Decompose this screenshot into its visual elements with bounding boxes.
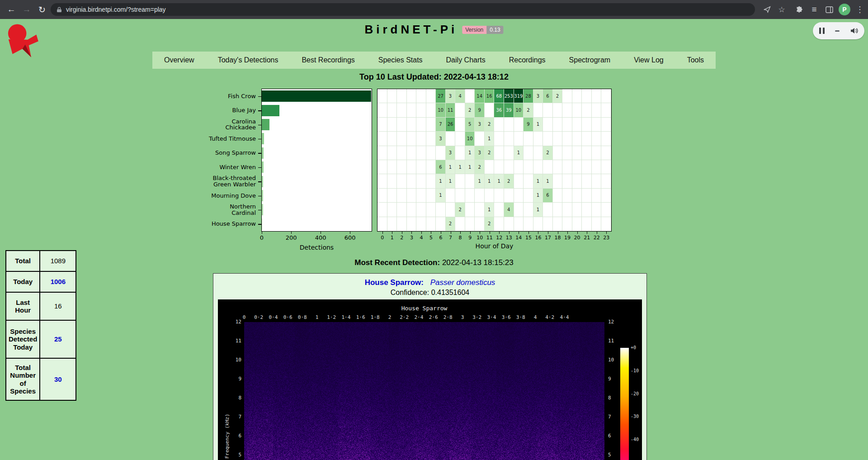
- species-label: Black-throatedGreen Warbler: [154, 175, 256, 188]
- hour-tick-label: 13: [506, 235, 512, 241]
- nav-item-species-stats[interactable]: Species Stats: [376, 56, 425, 64]
- nav-item-view-log[interactable]: View Log: [631, 56, 666, 64]
- hour-tick-label: 19: [564, 235, 571, 241]
- stats-value[interactable]: 30: [40, 358, 76, 400]
- most-recent-detection: Most Recent Detection: 2022-04-13 18:15:…: [0, 258, 868, 267]
- heatmap-cell: [485, 160, 495, 174]
- hour-tick-label: 0: [381, 235, 384, 241]
- colorbar-label: -10: [631, 368, 639, 373]
- spectrogram-time-tick: 0·6: [283, 314, 292, 320]
- heatmap-cell: [465, 189, 475, 203]
- back-icon[interactable]: ←: [5, 3, 18, 16]
- heatmap-cell: [475, 217, 485, 231]
- version-badge: Version 0.13: [462, 26, 503, 34]
- spectrogram-freq-tick-right: 9: [608, 376, 611, 382]
- bookmark-star-icon[interactable]: ☆: [776, 4, 787, 15]
- heatmap-cell: [514, 189, 524, 203]
- profile-avatar[interactable]: P: [839, 4, 850, 15]
- menu-dots-icon[interactable]: ⋮: [854, 4, 865, 15]
- y-tick-mark: [258, 96, 261, 97]
- nav-item-recordings[interactable]: Recordings: [506, 56, 548, 64]
- bar-house-sparrow: [262, 218, 262, 230]
- heatmap-cell: [407, 146, 417, 160]
- heatmap-cell: [524, 174, 533, 188]
- stats-row: Total Number of Species30: [6, 358, 76, 400]
- recent-value: 2022-04-13 18:15:23: [442, 258, 514, 267]
- reading-list-icon[interactable]: ≡: [809, 4, 820, 15]
- spectrogram-time-tick: 4·4: [560, 314, 569, 320]
- hour-tick-mark: [528, 232, 529, 234]
- heatmap-cell: [494, 160, 504, 174]
- heatmap-cell: [572, 189, 582, 203]
- heatmap-cell: [592, 203, 602, 217]
- spectrogram-time-tick: 0·8: [298, 314, 307, 320]
- top10-heading: Top 10 Last Updated: 2022-04-13 18:12: [0, 72, 868, 82]
- page-title: BirdNET-Pi: [364, 23, 458, 37]
- stats-label: Last Hour: [6, 292, 40, 320]
- address-bar[interactable]: virginia.birdnetpi.com/?stream=play: [51, 3, 755, 16]
- hour-tick-mark: [577, 232, 578, 234]
- hour-tick-label: 23: [603, 235, 609, 241]
- reload-icon[interactable]: ↻: [35, 3, 49, 16]
- volume-icon[interactable]: [850, 27, 858, 34]
- heatmap-cell: [407, 174, 417, 188]
- heatmap-cell: [572, 217, 582, 231]
- hour-tick-label: 7: [449, 235, 452, 241]
- hour-tick-label: 21: [584, 235, 590, 241]
- bar-carolina-chickadee: [262, 119, 269, 130]
- bar-fish-crow: [262, 90, 371, 102]
- audio-player[interactable]: [813, 22, 864, 39]
- nav-item-spectrogram[interactable]: Spectrogram: [566, 56, 613, 64]
- hour-tick-mark: [558, 232, 558, 234]
- nav-item-today-s-detections[interactable]: Today's Detections: [215, 56, 281, 64]
- hour-tick-mark: [441, 232, 441, 234]
- side-panel-icon[interactable]: [824, 4, 835, 15]
- heatmap-cell: 1: [475, 174, 485, 188]
- heatmap-cell: [524, 217, 533, 231]
- heatmap-cell: [485, 103, 495, 117]
- species-scientific-name-link[interactable]: Passer domesticus: [430, 278, 495, 287]
- nav-item-overview[interactable]: Overview: [161, 56, 197, 64]
- stats-value[interactable]: 1006: [40, 271, 76, 292]
- heatmap-cell: [524, 203, 533, 217]
- bar-black-throated-green-warbler: [262, 176, 263, 187]
- hour-tick-mark: [597, 232, 597, 234]
- heatmap-cell: [407, 132, 417, 146]
- forward-icon[interactable]: →: [20, 3, 33, 16]
- spectrogram-freq-tick-left: 11: [222, 338, 241, 344]
- species-common-name-link[interactable]: House Sparrow:: [365, 278, 424, 287]
- heatmap-cell: [582, 189, 592, 203]
- hour-tick-mark: [499, 232, 500, 234]
- nav-item-tools[interactable]: Tools: [684, 56, 707, 64]
- heatmap-cell: [377, 203, 387, 217]
- x-tick-mark: [321, 232, 321, 234]
- heatmap-cell: 2: [504, 174, 514, 188]
- heatmap-cell: [377, 132, 387, 146]
- spectrogram-freq-tick-left: 6: [222, 433, 241, 439]
- heatmap-cell: 2: [446, 217, 456, 231]
- spectrogram-time-tick: 0: [243, 314, 246, 320]
- heatmap-cell: [426, 103, 436, 117]
- heatmap-cell: 1: [485, 203, 495, 217]
- spectrogram-image: House Sparrow Frequency (kHz) 00·20·40·6…: [218, 299, 642, 460]
- spectrogram-time-tick: 2·6: [429, 314, 438, 320]
- heatmap-cell: [553, 160, 563, 174]
- nav-item-best-recordings[interactable]: Best Recordings: [299, 56, 357, 64]
- heatmap-cell: [562, 89, 572, 103]
- heatmap-cell: [407, 160, 417, 174]
- nav-item-daily-charts[interactable]: Daily Charts: [443, 56, 488, 64]
- y-tick-mark: [258, 110, 261, 111]
- stats-value[interactable]: 25: [40, 320, 76, 358]
- heatmap-cell: [416, 103, 426, 117]
- heatmap-cell: [455, 217, 465, 231]
- heatmap-cell: [377, 160, 387, 174]
- heatmap-cell: [562, 217, 572, 231]
- heatmap-cell: [416, 217, 426, 231]
- seek-dash-icon[interactable]: [835, 30, 840, 32]
- send-icon[interactable]: [762, 4, 773, 15]
- extensions-icon[interactable]: [794, 4, 805, 15]
- heatmap-cell: [494, 118, 504, 132]
- detections-tick-label: 600: [344, 234, 356, 241]
- heatmap-cell: [533, 160, 543, 174]
- pause-icon[interactable]: [819, 28, 825, 34]
